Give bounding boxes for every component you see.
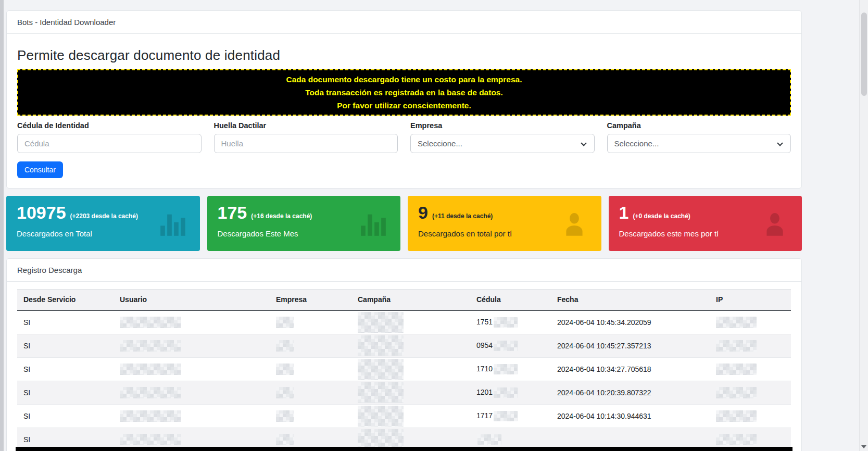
cedula-field-group: Cédula de Identidad bbox=[17, 121, 202, 153]
redacted-empresa-blur bbox=[276, 340, 294, 352]
cell-empresa-redacted bbox=[270, 381, 351, 404]
column-header-cedula: Cédula bbox=[470, 290, 551, 310]
bar-chart-icon bbox=[159, 210, 186, 237]
person-icon bbox=[561, 210, 588, 237]
cell-campana-redacted bbox=[351, 381, 470, 404]
redacted-empresa-blur bbox=[276, 387, 294, 398]
redacted-usuario-blur bbox=[120, 387, 181, 398]
column-header-fecha: Fecha bbox=[551, 290, 710, 310]
huella-field-label: Huella Dactilar bbox=[214, 121, 398, 130]
empresa-select[interactable]: Seleccione... bbox=[410, 134, 595, 153]
download-log-table: Desde Servicio Usuario Empresa Campaña C… bbox=[17, 289, 791, 451]
redacted-ip-blur bbox=[716, 434, 757, 445]
cell-desde-servicio: SI bbox=[17, 404, 114, 428]
window-left-edge bbox=[0, 0, 4, 451]
table-row: SI 1751 2024-06-04 10:45:34.202059 bbox=[17, 310, 791, 334]
bar-chart-icon bbox=[360, 210, 387, 237]
cell-desde-servicio: SI bbox=[17, 310, 114, 334]
cedula-prefix: 1751 bbox=[476, 317, 493, 325]
cell-fecha: 2024-06-04 10:14:30.944631 bbox=[551, 404, 710, 428]
scrollbar-thumb[interactable] bbox=[861, 12, 867, 96]
redacted-ip-blur bbox=[716, 317, 757, 328]
cell-campana-redacted bbox=[351, 357, 470, 381]
stat-value: 10975 bbox=[17, 204, 66, 221]
cell-usuario-redacted bbox=[114, 381, 270, 404]
chevron-down-icon bbox=[581, 140, 586, 146]
cell-empresa-redacted bbox=[270, 357, 351, 381]
stat-delta: (+11 desde la caché) bbox=[432, 212, 493, 221]
cedula-input[interactable] bbox=[17, 134, 202, 153]
cell-usuario-redacted bbox=[114, 310, 270, 334]
cedula-prefix: 1717 bbox=[476, 411, 493, 419]
stat-value: 175 bbox=[218, 204, 247, 221]
cell-cedula: 1717 bbox=[470, 404, 551, 428]
redacted-ip-blur bbox=[716, 410, 757, 422]
redacted-ip-blur bbox=[716, 364, 757, 375]
cell-ip-redacted bbox=[710, 334, 791, 357]
redacted-usuario-blur bbox=[120, 364, 181, 375]
stat-delta: (+16 desde la caché) bbox=[251, 212, 312, 221]
cell-usuario-redacted bbox=[114, 334, 270, 357]
cell-campana-redacted bbox=[351, 404, 470, 428]
cell-desde-servicio: SI bbox=[17, 357, 114, 381]
campana-field-group: Campaña Seleccione... bbox=[607, 121, 791, 153]
warning-line-1: Cada documento descargado tiene un costo… bbox=[23, 73, 785, 86]
scrollbar-down-arrow-icon[interactable] bbox=[861, 445, 866, 448]
redacted-campana-blur bbox=[358, 312, 404, 333]
column-header-empresa: Empresa bbox=[270, 290, 351, 310]
bottom-banner-edge bbox=[16, 447, 792, 451]
stat-delta: (+0 desde la caché) bbox=[633, 212, 690, 221]
registro-descarga-card: Registro Descarga Desde Servicio Usuario… bbox=[6, 258, 802, 451]
redacted-campana-blur bbox=[358, 382, 404, 403]
stat-card-user-total-downloads: 9 (+11 desde la caché) Descargados en to… bbox=[408, 196, 601, 251]
redacted-cedula-blur bbox=[494, 411, 518, 421]
stat-card-total-downloads: 10975 (+2203 desde la caché) Descargados… bbox=[6, 196, 200, 251]
cedula-field-label: Cédula de Identidad bbox=[17, 121, 202, 130]
cell-ip-redacted bbox=[710, 357, 791, 381]
downloader-card: Bots - Identidad Downloader Permite desc… bbox=[6, 10, 802, 189]
cell-ip-redacted bbox=[710, 310, 791, 334]
cell-ip-redacted bbox=[710, 381, 791, 404]
cost-warning-banner: Cada documento descargado tiene un costo… bbox=[17, 69, 791, 116]
campana-select[interactable]: Seleccione... bbox=[607, 134, 791, 153]
cell-empresa-redacted bbox=[270, 404, 351, 428]
redacted-usuario-blur bbox=[120, 317, 181, 328]
cell-ip-redacted bbox=[710, 404, 791, 428]
cell-cedula: 1710 bbox=[470, 357, 551, 381]
redacted-usuario-blur bbox=[120, 434, 181, 445]
huella-field-group: Huella Dactilar bbox=[214, 121, 398, 153]
search-form: Cédula de Identidad Huella Dactilar Empr… bbox=[17, 121, 791, 153]
table-row: SI 0954 2024-06-04 10:45:27.357213 bbox=[17, 334, 791, 357]
column-header-usuario: Usuario bbox=[114, 290, 270, 310]
chevron-down-icon bbox=[777, 140, 783, 146]
redacted-campana-blur bbox=[358, 335, 404, 356]
table-row: SI 1201 2024-06-04 10:20:39.807322 bbox=[17, 381, 791, 404]
redacted-cedula-blur bbox=[494, 341, 518, 351]
cedula-prefix: 1710 bbox=[476, 364, 493, 372]
empresa-field-label: Empresa bbox=[410, 121, 595, 130]
huella-input[interactable] bbox=[214, 134, 398, 153]
cell-fecha: 2024-06-04 10:34:27.705618 bbox=[551, 357, 710, 381]
column-header-desde-servicio: Desde Servicio bbox=[17, 290, 114, 310]
redacted-empresa-blur bbox=[276, 434, 294, 445]
cell-fecha: 2024-06-04 10:45:34.202059 bbox=[551, 310, 710, 334]
table-row: SI 1710 2024-06-04 10:34:27.705618 bbox=[17, 357, 791, 381]
registro-descarga-body: Desde Servicio Usuario Empresa Campaña C… bbox=[7, 282, 801, 451]
page-scrollbar[interactable] bbox=[859, 0, 868, 451]
redacted-cedula-blur bbox=[477, 434, 501, 445]
consultar-button[interactable]: Consultar bbox=[17, 161, 63, 178]
cell-cedula: 1751 bbox=[470, 310, 551, 334]
campana-field-label: Campaña bbox=[607, 121, 791, 130]
redacted-campana-blur bbox=[358, 406, 404, 427]
cell-empresa-redacted bbox=[270, 334, 351, 357]
redacted-cedula-blur bbox=[494, 364, 518, 374]
person-icon bbox=[761, 210, 788, 237]
cell-cedula: 1201 bbox=[470, 381, 551, 404]
downloader-card-body: Permite descargar documento de identidad… bbox=[7, 34, 801, 188]
cell-campana-redacted bbox=[351, 334, 470, 357]
cell-empresa-redacted bbox=[270, 310, 351, 334]
column-header-campana: Campaña bbox=[351, 290, 470, 310]
cell-desde-servicio: SI bbox=[17, 334, 114, 357]
stats-row: 10975 (+2203 desde la caché) Descargados… bbox=[6, 196, 802, 251]
stat-value: 1 bbox=[619, 204, 629, 221]
